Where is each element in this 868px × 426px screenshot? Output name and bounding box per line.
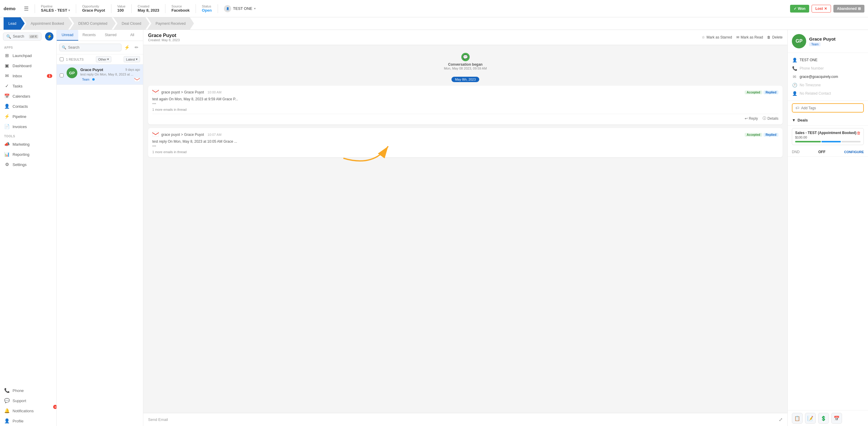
stage-appointment[interactable]: Appointment Booked — [22, 17, 72, 30]
pipeline-section: Pipeline SALES - TEST ▾ — [41, 4, 70, 12]
related-icon: 👤 — [792, 91, 797, 96]
collapse-icon: ▼ — [792, 118, 796, 122]
add-tags-input[interactable] — [801, 106, 860, 110]
stage-demo[interactable]: DEMO Completed — [70, 17, 116, 30]
lightning-button[interactable]: ⚡ — [45, 32, 54, 41]
details-button-1[interactable]: ⓘ Details — [763, 116, 778, 121]
sidebar-item-contacts[interactable]: 👤 Contacts — [0, 101, 56, 111]
send-email-label[interactable]: Send Email — [148, 417, 776, 422]
lost-button[interactable]: Lost ✕ — [812, 5, 831, 12]
sidebar-item-notifications[interactable]: 🔔 Notifications 3 — [0, 406, 56, 416]
checkmark-icon: ✓ — [794, 7, 797, 11]
hamburger-icon[interactable]: ☰ — [24, 5, 29, 12]
header-sep-5 — [165, 4, 165, 13]
edit-icon[interactable]: ✏ — [132, 43, 141, 52]
configure-button[interactable]: CONFIGURE — [844, 150, 864, 154]
conv-search-box[interactable]: 🔍 — [59, 43, 122, 51]
rp-phone: Phone Number — [800, 66, 824, 70]
select-all-checkbox[interactable] — [60, 57, 64, 61]
msg-ellipsis-2: *** — [152, 145, 778, 149]
rp-details-section: 👤 TEST ONE 📞 Phone Number ✉ grace@goacqu… — [788, 53, 868, 101]
assigned-dropdown-icon[interactable]: ▾ — [254, 7, 256, 10]
tab-starred[interactable]: Starred — [100, 30, 122, 41]
conv-began-date: Mon, May 08 2023, 09:59 AM — [148, 67, 783, 70]
deals-section-header[interactable]: ▼ Deals — [788, 115, 868, 126]
sidebar-item-settings[interactable]: ⚙ Settings — [0, 159, 56, 170]
source-value: Facebook — [172, 8, 190, 12]
svg-rect-0 — [134, 77, 140, 81]
team-tag: Team — [80, 77, 91, 81]
conv-header: Grace Puyot Created: May 8, 2023 ☆ Mark … — [143, 30, 787, 45]
conv-messages: 💬 Conversation began Mon, May 08 2023, 0… — [143, 45, 787, 413]
sidebar-item-phone[interactable]: 📞 Phone — [0, 385, 56, 396]
search-shortcut: ctrl K — [29, 35, 38, 38]
deal-delete-icon[interactable]: 🗑 — [857, 131, 861, 135]
opportunity-label: Opportunity — [82, 4, 105, 8]
sidebar-item-dashboard[interactable]: ▣ Dashboard — [0, 61, 56, 71]
rp-tab-notes[interactable]: 📝 — [805, 413, 816, 424]
search-icon: 🔍 — [6, 34, 11, 39]
pipeline-value[interactable]: SALES - TEST ▾ — [41, 8, 70, 12]
stage-payment[interactable]: Payment Received — [147, 17, 194, 30]
sidebar-item-support[interactable]: 💬 Support — [0, 396, 56, 406]
sidebar-item-pipeline[interactable]: ⚡ Pipeline — [0, 111, 56, 122]
rp-tab-conversations[interactable]: 📋 — [792, 413, 803, 424]
filter-icon[interactable]: ⚡ — [123, 43, 131, 52]
message-card-2: grace puyot > Grace Puyot 10:07 AM Accep… — [148, 128, 783, 157]
sidebar-item-marketing[interactable]: 📣 Marketing — [0, 139, 56, 149]
msg-ellipsis-1: *** — [152, 102, 778, 106]
delete-button[interactable]: 🗑 Delete — [767, 35, 783, 39]
mark-starred-button[interactable]: ☆ Mark as Starred — [702, 35, 732, 39]
expand-icon[interactable]: ⤢ — [779, 417, 783, 422]
mark-read-button[interactable]: ✉ Mark as Read — [736, 35, 763, 39]
msg-time-1: 10:00 AM — [208, 91, 221, 94]
filter-latest-dropdown[interactable]: Latest ▾ — [124, 56, 140, 62]
sidebar-item-invoices[interactable]: 📄 Invoices — [0, 122, 56, 132]
conv-search-input[interactable] — [68, 45, 119, 50]
deal-bar-blue — [822, 141, 841, 142]
notifications-icon: 🔔 — [4, 408, 9, 414]
rp-email-row: ✉ grace@goacquirely.com — [792, 72, 864, 81]
filter-other-dropdown[interactable]: Other ▾ — [96, 56, 112, 62]
source-section: Source Facebook — [172, 4, 190, 12]
stage-deal[interactable]: Deal Closed — [114, 17, 150, 30]
sidebar-item-reporting[interactable]: 📊 Reporting — [0, 149, 56, 159]
marketing-icon: 📣 — [4, 141, 9, 147]
stage-payment-label: Payment Received — [156, 22, 186, 26]
won-button[interactable]: ✓ Won — [790, 5, 809, 12]
reply-button-1[interactable]: ↩ Reply — [745, 116, 758, 121]
header-sep-7 — [218, 4, 218, 13]
deals-label: Deals — [798, 118, 808, 122]
conversation-item[interactable]: GP Grace Puyot 9 days ago test reply On … — [57, 64, 143, 85]
abandoned-button[interactable]: Abandoned ⊞ — [833, 5, 864, 12]
invoices-icon: 📄 — [4, 124, 9, 129]
sidebar-item-profile[interactable]: 👤 Profile — [0, 416, 56, 426]
tab-recents[interactable]: Recents — [78, 30, 100, 41]
inbox-badge: 1 — [47, 74, 52, 78]
rp-tab-calendar[interactable]: 📅 — [831, 413, 842, 424]
stage-demo-label: DEMO Completed — [78, 22, 107, 26]
rp-tab-payments[interactable]: 💲 — [818, 413, 829, 424]
search-button[interactable]: 🔍 Search ctrl K — [3, 33, 41, 41]
add-tags-box[interactable]: 🏷 — [792, 103, 864, 112]
header-sep-3 — [111, 4, 112, 13]
sidebar-item-calendars[interactable]: 📅 Calendars — [0, 91, 56, 101]
dashboard-icon: ▣ — [4, 63, 9, 68]
msg-badges-1: Accepted Replied — [745, 91, 778, 94]
dnd-row: DND OFF CONFIGURE — [788, 148, 868, 157]
calendars-icon: 📅 — [4, 93, 9, 99]
tab-all[interactable]: All — [122, 30, 143, 41]
conv-search-row: 🔍 ⚡ ✏ — [57, 41, 143, 54]
sidebar-item-tasks[interactable]: ✓ Tasks — [0, 81, 56, 91]
tab-unread[interactable]: Unread — [57, 30, 78, 41]
msg-badges-2: Accepted Replied — [745, 133, 778, 137]
conv-contact-name: Grace Puyot — [148, 33, 180, 38]
rp-assigned-row: 👤 TEST ONE — [792, 56, 864, 64]
conv-checkbox[interactable] — [60, 69, 64, 81]
msg-more-2[interactable]: 1 more emails in thread — [152, 150, 778, 154]
msg-more-1[interactable]: 1 more emails in thread — [152, 108, 778, 111]
stage-lead[interactable]: Lead — [4, 17, 25, 30]
sidebar-item-launchpad[interactable]: ⊞ Launchpad — [0, 51, 56, 61]
msg-body-1: test again On Mon, May 8, 2023 at 9:59 A… — [152, 97, 778, 101]
sidebar-item-inbox[interactable]: ✉ Inbox 1 — [0, 71, 56, 81]
